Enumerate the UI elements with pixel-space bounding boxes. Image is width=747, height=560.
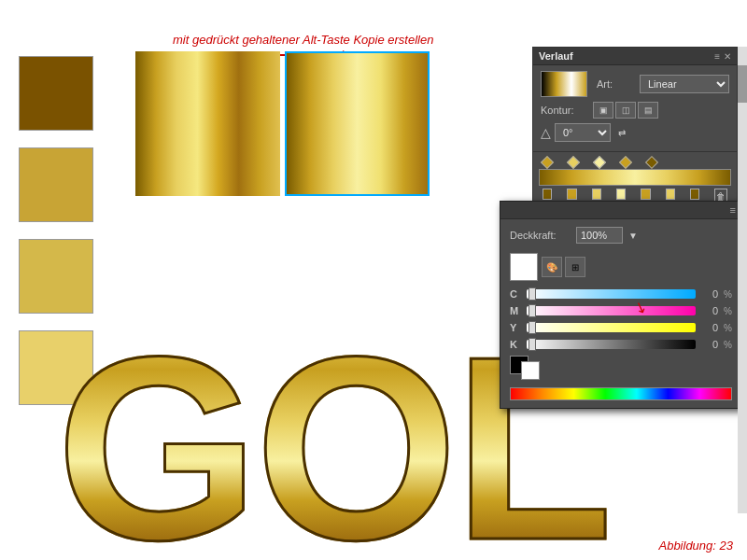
gradient-preview-small[interactable] (541, 71, 587, 97)
slider-row-k: K 0 % (510, 339, 732, 350)
stop-marker-bot-2[interactable] (567, 189, 576, 200)
opacity-dropdown-icon[interactable]: ▼ (628, 231, 638, 241)
reverse-icon[interactable]: ⇄ (618, 128, 626, 138)
y-percent: % (724, 323, 732, 333)
stop-marker-bot-3[interactable] (592, 189, 601, 200)
popup-controls[interactable]: ≡ (730, 204, 736, 216)
figure-number: Abbildung: 23 (658, 539, 733, 553)
popup-title-bar: ≡ (500, 202, 741, 219)
art-label: Art: (597, 78, 634, 90)
stop-marker-top-3[interactable] (593, 156, 606, 169)
k-value: 0 (701, 339, 718, 350)
panel-menu-icon[interactable]: ≡ (714, 51, 720, 62)
angle-icon: △ (541, 125, 551, 140)
tab-paint[interactable]: 🎨 (542, 257, 562, 277)
m-label: M (510, 305, 521, 316)
y-slider-track[interactable] (527, 323, 696, 332)
color-preview-white (510, 253, 538, 281)
slider-row-m: M 0 % (510, 305, 732, 316)
c-slider-thumb[interactable] (529, 287, 536, 301)
c-label: C (510, 288, 521, 300)
kontur-buttons: ▣ ◫ ▤ (593, 102, 658, 119)
m-slider-track[interactable] (527, 306, 696, 315)
angle-row: △ 0° ⇄ (541, 123, 729, 142)
kontur-label: Kontur: (541, 105, 587, 116)
verlauf-kontur-row: Kontur: ▣ ◫ ▤ (541, 102, 729, 119)
canvas-area: mit gedrückt gehaltener Alt-Taste Kopie … (0, 0, 747, 560)
gradient-main-bar (539, 169, 731, 186)
m-value: 0 (701, 305, 718, 316)
annotation-text: mit gedrückt gehaltener Alt-Taste Kopie … (173, 33, 433, 47)
art-select[interactable]: Linear (640, 75, 729, 93)
panel-controls[interactable]: ≡ ✕ (714, 51, 731, 62)
k-slider-track[interactable] (527, 340, 696, 349)
kontur-btn-3[interactable]: ▤ (638, 102, 658, 119)
y-value: 0 (701, 322, 718, 333)
kontur-btn-2[interactable]: ◫ (615, 102, 636, 119)
k-label: K (510, 339, 521, 350)
m-slider-thumb[interactable] (529, 304, 536, 317)
c-value: 0 (701, 288, 718, 300)
verlauf-title: Verlauf (539, 50, 573, 62)
swatch-dark-gold[interactable] (19, 56, 93, 131)
scrollbar-thumb[interactable] (738, 65, 747, 103)
c-percent: % (724, 289, 732, 300)
slider-row-y: Y 0 % (510, 322, 732, 333)
slider-row-c: C 0 % (510, 288, 732, 300)
swatch-medium-gold[interactable] (19, 147, 93, 222)
c-slider-track[interactable] (527, 289, 696, 299)
stop-marker-bot-7[interactable] (690, 189, 699, 200)
upper-stop-markers (539, 156, 731, 169)
kontur-btn-1[interactable]: ▣ (593, 102, 613, 119)
popup-body: Deckkraft: ▼ 🎨 ⊞ C 0 (500, 219, 741, 408)
stop-marker-top-4[interactable] (619, 156, 632, 169)
verlauf-art-row: Art: Linear (541, 71, 729, 97)
m-percent: % (724, 306, 732, 316)
color-picker-popup: ≡ Deckkraft: ▼ 🎨 ⊞ C (500, 201, 742, 409)
color-mode-tabs: 🎨 ⊞ (542, 257, 585, 277)
spectrum-bar[interactable] (510, 387, 732, 400)
gradient-rectangles (135, 51, 430, 196)
opacity-row: Deckkraft: ▼ (510, 227, 732, 244)
stop-marker-top-5[interactable] (645, 156, 658, 169)
stop-marker-bot-1[interactable] (543, 189, 552, 200)
gradient-rect-original (135, 51, 280, 196)
gradient-rect-copy (285, 51, 430, 196)
stop-marker-top-2[interactable] (567, 156, 580, 169)
bw-swatches (510, 356, 732, 380)
popup-menu-icon[interactable]: ≡ (730, 204, 736, 216)
color-mode-area: 🎨 ⊞ (510, 253, 732, 281)
color-sliders: C 0 % M 0 % Y (510, 288, 732, 350)
scrollbar-right[interactable] (738, 47, 747, 513)
stop-marker-bot-4[interactable] (616, 189, 626, 200)
y-label: Y (510, 322, 521, 333)
panel-close-icon[interactable]: ✕ (724, 51, 731, 62)
verlauf-body: Art: Linear Kontur: ▣ ◫ ▤ △ 0° (533, 65, 737, 151)
opacity-label: Deckkraft: (510, 230, 571, 241)
angle-select[interactable]: 0° (555, 123, 611, 142)
stop-marker-top[interactable] (541, 156, 554, 169)
stop-marker-bot-5[interactable] (641, 189, 650, 200)
opacity-input[interactable] (576, 227, 623, 244)
k-slider-thumb[interactable] (529, 338, 536, 351)
k-percent: % (724, 340, 732, 350)
stop-marker-bot-6[interactable] (666, 189, 675, 200)
y-slider-thumb[interactable] (529, 321, 536, 334)
verlauf-title-bar: Verlauf ≡ ✕ (533, 48, 737, 65)
white-swatch[interactable] (521, 361, 540, 380)
tab-grid[interactable]: ⊞ (565, 257, 585, 277)
